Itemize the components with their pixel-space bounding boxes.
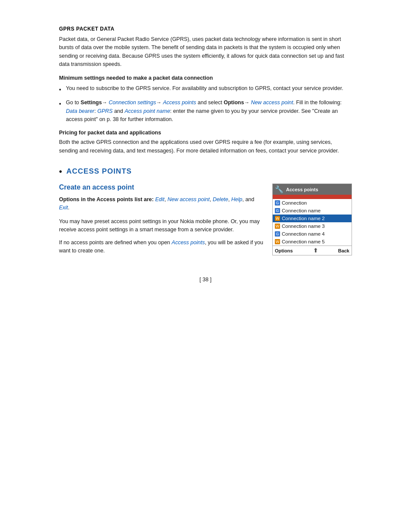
phone-item-icon-0: G bbox=[275, 200, 280, 205]
phone-item-label-2: Connection name 2 bbox=[282, 216, 349, 221]
min-settings-title: Minimum settings needed to make a packet… bbox=[59, 75, 352, 81]
options-edit: Edit bbox=[155, 196, 165, 202]
access-points-section: • ACCESS POINTS Create an access point O… bbox=[59, 167, 352, 259]
phone-item-icon-4: G bbox=[275, 231, 280, 236]
bullet-dot-2: • bbox=[59, 100, 66, 109]
phone-item-label-3: Connection name 3 bbox=[282, 224, 349, 229]
page: GPRS PACKET DATA Packet data, or General… bbox=[59, 0, 352, 532]
options-line: Options in the Access points list are: E… bbox=[59, 196, 264, 212]
create-text-col: Create an access point Options in the Ac… bbox=[59, 184, 264, 259]
options-comma2: , bbox=[210, 196, 213, 202]
bullet2-arrow2: → bbox=[156, 100, 163, 106]
bullet2-arrow1: → bbox=[102, 100, 109, 106]
options-new: New access point bbox=[168, 196, 210, 202]
bullet-dot-1: • bbox=[59, 85, 66, 95]
pricing-title: Pricing for packet data and applications bbox=[59, 130, 352, 136]
section-heading: • ACCESS POINTS bbox=[59, 167, 352, 176]
phone-list-item-2: W Connection name 2 bbox=[273, 215, 352, 222]
access-points-heading: ACCESS POINTS bbox=[66, 167, 132, 176]
bullet2-apname: Access point name bbox=[125, 108, 170, 114]
gprs-title: GPRS PACKET DATA bbox=[59, 26, 352, 32]
bullet2-conn: Connection settings bbox=[109, 100, 156, 106]
phone-list-item-1: G Connection name bbox=[273, 207, 352, 215]
phone-signal-row bbox=[273, 195, 352, 199]
phone-item-label-5: Connection name 5 bbox=[282, 239, 349, 244]
bullet-text-2: Go to Settings→ Connection settings→ Acc… bbox=[66, 99, 352, 124]
phone-item-label-1: Connection name bbox=[282, 208, 349, 213]
bullet2-options: Options bbox=[224, 100, 244, 106]
bullet2-gprs: GPRS bbox=[97, 108, 112, 114]
phone-header-icon: 🔧 bbox=[275, 185, 283, 193]
bullet2-settings: Settings bbox=[81, 100, 102, 106]
phone-footer-options: Options bbox=[275, 248, 293, 253]
page-number: [ 38 ] bbox=[59, 277, 352, 283]
bullet2-and: and bbox=[112, 108, 125, 114]
phone-item-icon-1: G bbox=[275, 208, 280, 213]
bullet2-fill: . Fill in the following: bbox=[293, 100, 342, 106]
phone-screen: 🔧 Access points G Connection G Connectio… bbox=[272, 184, 352, 255]
phone-item-icon-5: W bbox=[275, 239, 280, 244]
body2-pre: If no access points are defined when you… bbox=[59, 240, 171, 246]
options-period: . bbox=[68, 205, 69, 211]
bullet2-new: New access point bbox=[251, 100, 293, 106]
pricing-body: Both the active GPRS connection and the … bbox=[59, 138, 352, 155]
bullet2-pre: Go to bbox=[66, 100, 81, 106]
create-heading: Create an access point bbox=[59, 184, 264, 191]
phone-footer-arrow: ⬆ bbox=[313, 247, 318, 254]
bullet-item-1: • You need to subscribe to the GPRS serv… bbox=[59, 84, 352, 95]
phone-item-icon-2: W bbox=[275, 216, 280, 221]
options-and: , and bbox=[242, 196, 254, 202]
phone-footer-back: Back bbox=[338, 248, 349, 253]
bullet-list: • You need to subscribe to the GPRS serv… bbox=[59, 84, 352, 124]
create-section: Create an access point Options in the Ac… bbox=[59, 184, 352, 259]
options-comma3: , bbox=[228, 196, 231, 202]
phone-list-item-0: G Connection bbox=[273, 199, 352, 207]
phone-item-icon-3: W bbox=[275, 224, 280, 229]
phone-list-item-5: W Connection name 5 bbox=[273, 238, 352, 246]
section-bullet-icon: • bbox=[59, 167, 62, 176]
create-body1: You may have preset access point setting… bbox=[59, 218, 264, 234]
bullet2-access: Access points bbox=[163, 100, 196, 106]
options-help: Help bbox=[231, 196, 243, 202]
bullet-text-1: You need to subscribe to the GPRS servic… bbox=[66, 84, 352, 93]
bullet2-bearer: Data bearer bbox=[66, 108, 94, 114]
gprs-body: Packet data, or General Packet Radio Ser… bbox=[59, 35, 352, 69]
options-delete: Delete bbox=[213, 196, 228, 202]
phone-list-item-4: G Connection name 4 bbox=[273, 230, 352, 238]
phone-footer: Options ⬆ Back bbox=[273, 246, 352, 255]
phone-list-item-3: W Connection name 3 bbox=[273, 222, 352, 230]
phone-header: 🔧 Access points bbox=[273, 184, 352, 195]
phone-item-label-4: Connection name 4 bbox=[282, 231, 349, 236]
body2-link: Access points bbox=[171, 240, 205, 246]
gprs-section: GPRS PACKET DATA Packet data, or General… bbox=[59, 26, 352, 155]
options-exit: Exit bbox=[59, 205, 68, 211]
options-pre: Options in the Access points list are: bbox=[59, 196, 155, 202]
bullet2-arrow3: → bbox=[244, 100, 251, 106]
bullet-item-2: • Go to Settings→ Connection settings→ A… bbox=[59, 99, 352, 124]
phone-item-label-0: Connection bbox=[282, 200, 349, 205]
phone-header-title: Access points bbox=[286, 187, 318, 192]
bullet2-mid: and select bbox=[196, 100, 224, 106]
options-comma1: , bbox=[165, 196, 168, 202]
bullet2-colon1: : bbox=[94, 108, 97, 114]
create-body2: If no access points are defined when you… bbox=[59, 239, 264, 255]
